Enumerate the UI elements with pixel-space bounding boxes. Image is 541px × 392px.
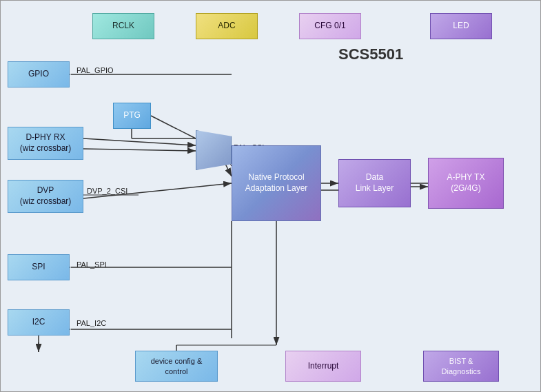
interrupt-block: Interrupt — [285, 351, 361, 382]
svg-line-3 — [151, 116, 196, 138]
pal-i2c-label: PAL_I2C — [76, 319, 106, 327]
svg-line-4 — [83, 138, 196, 145]
dphy-block: D-PHY RX (wiz crossbar) — [8, 127, 83, 160]
i2c-block: I2C — [8, 309, 70, 336]
spi-block: SPI — [8, 254, 70, 280]
mux-block — [196, 130, 232, 170]
svg-line-5 — [83, 149, 196, 151]
pal-spi-label: PAL_SPI — [76, 260, 107, 269]
dvp-block: DVP (wiz crossbar) — [8, 180, 83, 213]
dll-block: Data Link Layer — [338, 159, 411, 207]
aphy-block: A-PHY TX (2G/4G) — [428, 158, 504, 209]
chip-title: SCS5501 — [338, 45, 403, 63]
ptg-block: PTG — [113, 103, 151, 129]
cfg-block: CFG 0/1 — [299, 13, 361, 39]
pal-gpio-label: PAL_GPIO — [76, 66, 114, 74]
bist-block: BIST & Diagnostics — [423, 351, 499, 382]
rclk-block: RCLK — [92, 13, 154, 39]
gpio-block: GPIO — [8, 61, 70, 87]
device-config-block: device config & control — [135, 351, 218, 382]
adc-block: ADC — [196, 13, 258, 39]
dvp-2-csi-label: DVP_2_CSI — [87, 187, 127, 195]
npal-block: Native Protocol Adaptation Layer — [232, 145, 321, 221]
diagram-container: SCS5501 RCLK ADC CFG 0/1 LED GPIO PAL_GP… — [0, 0, 541, 392]
led-block: LED — [430, 13, 492, 39]
